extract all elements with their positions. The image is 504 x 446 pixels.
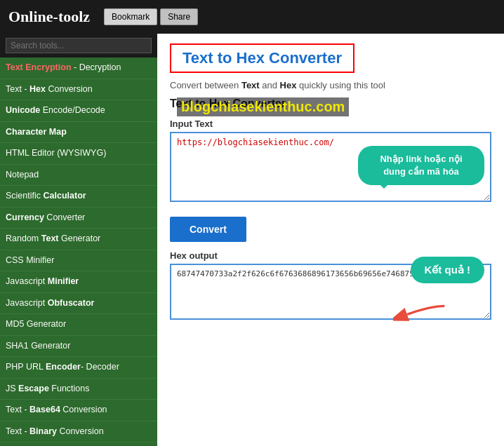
sidebar-item-css-minifier[interactable]: CSS Minifier bbox=[0, 250, 157, 272]
sidebar-item-js-minifier[interactable]: Javascript Minifier bbox=[0, 271, 157, 293]
sidebar-item-js-escape[interactable]: JS Escape Functions bbox=[0, 379, 157, 400]
sidebar: Text Encryption - Decryption Text - Hex … bbox=[0, 34, 157, 446]
sidebar-item-hex-binary[interactable]: Hex - Binary Conversion bbox=[0, 442, 157, 446]
sidebar-item-php-url[interactable]: PHP URL Encoder- Decoder bbox=[0, 357, 157, 379]
section-title: Text to Hex Converter bbox=[170, 97, 491, 110]
sidebar-item-currency-converter[interactable]: Currency Converter bbox=[0, 208, 157, 229]
sidebar-item-text-base64[interactable]: Text - Base64 Conversion bbox=[0, 400, 157, 421]
sidebar-search-container bbox=[0, 34, 157, 58]
convert-button[interactable]: Convert bbox=[170, 217, 246, 242]
header-buttons: Bookmark Share bbox=[104, 8, 198, 25]
input-tooltip: Nhập link hoặc nội dung cần mã hóa bbox=[358, 146, 484, 185]
sidebar-item-random-text[interactable]: Random Text Generator bbox=[0, 229, 157, 250]
sidebar-item-js-obfuscator[interactable]: Javascript Obfuscator bbox=[0, 293, 157, 315]
page-title: Text to Hex Converter bbox=[183, 49, 342, 67]
main-content: Text to Hex Converter Convert between Te… bbox=[157, 34, 504, 446]
site-logo: Online-toolz bbox=[8, 8, 90, 26]
sidebar-item-md5[interactable]: MD5 Generator bbox=[0, 314, 157, 336]
sidebar-item-scientific-calc[interactable]: Scientific Calculator bbox=[0, 186, 157, 208]
input-label: Input Text bbox=[170, 119, 491, 129]
sidebar-item-notepad[interactable]: Notepad bbox=[0, 165, 157, 187]
result-bubble: Kết quả ! bbox=[411, 257, 484, 283]
share-button[interactable]: Share bbox=[160, 8, 198, 25]
sidebar-item-html-editor[interactable]: HTML Editor (WYSIWYG) bbox=[0, 143, 157, 165]
search-input[interactable] bbox=[6, 38, 152, 53]
sidebar-item-unicode[interactable]: Unicode Encode/Decode bbox=[0, 100, 157, 122]
subtitle: Convert between Text and Hex quickly usi… bbox=[170, 80, 491, 90]
bookmark-button[interactable]: Bookmark bbox=[104, 8, 157, 25]
watermark-container: Text to Hex Converter blogchiasekienthuc… bbox=[170, 97, 491, 110]
sidebar-item-text-encryption[interactable]: Text Encryption - Decryption bbox=[0, 58, 157, 79]
input-area: Nhập link hoặc nội dung cần mã hóa bbox=[170, 132, 491, 204]
sidebar-item-character-map[interactable]: Character Map bbox=[0, 122, 157, 144]
main-layout: Text Encryption - Decryption Text - Hex … bbox=[0, 34, 504, 446]
page-title-box: Text to Hex Converter bbox=[170, 43, 354, 73]
sidebar-item-sha1[interactable]: SHA1 Generator bbox=[0, 336, 157, 358]
header: Online-toolz Bookmark Share bbox=[0, 0, 504, 34]
sidebar-item-text-binary[interactable]: Text - Binary Conversion bbox=[0, 421, 157, 443]
result-arrow-icon bbox=[393, 300, 449, 321]
sidebar-item-text-hex[interactable]: Text - Hex Conversion bbox=[0, 79, 157, 101]
output-area: Kết quả ! bbox=[170, 264, 491, 322]
